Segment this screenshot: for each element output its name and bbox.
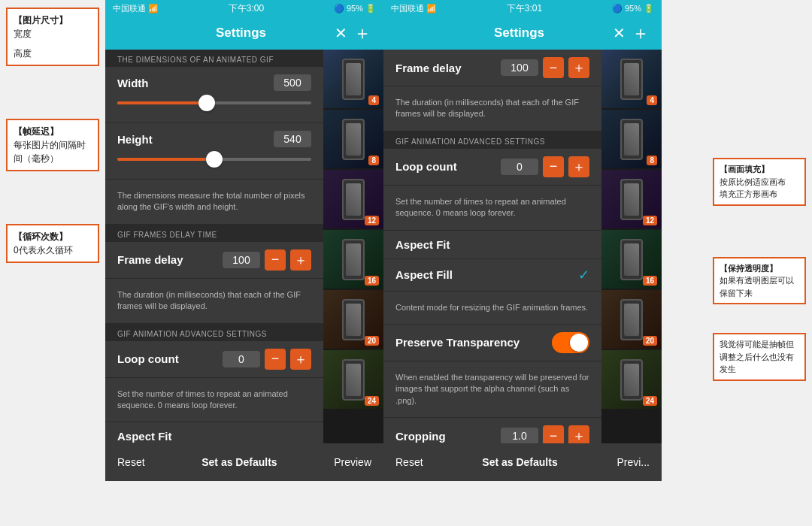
- annotation-preserve: 【保持透明度】 如果有透明图层可以保留下来: [713, 257, 806, 305]
- p2-section-header: GIF ANIMATION ADVANCED SETTINGS: [383, 132, 601, 149]
- width-label: Width: [117, 77, 149, 89]
- p2-thumb-2: 8: [601, 110, 662, 170]
- height-label: Height: [117, 133, 153, 146]
- phone1-title-bar: Settings ✕ ＋: [105, 17, 383, 50]
- loop-desc-row: Set the number of times to repeat an ani…: [105, 378, 323, 423]
- phone1-plus-button[interactable]: ＋: [353, 21, 371, 45]
- carrier-text: 中国联通: [113, 3, 146, 14]
- section1-header: THE DIMENSIONS OF AN ANIMATED GIF: [105, 50, 323, 67]
- phone2-status-bar: 中国联通 📶 下午3:01 🔵 95% 🔋: [383, 0, 662, 17]
- p2-aspect-fit-label: Aspect Fit: [395, 238, 450, 251]
- thumb-2: 8: [323, 110, 383, 170]
- phones-container: 中国联通 📶 下午3:00 🔵 95% 🔋 Settings ✕ ＋: [105, 0, 707, 526]
- toggle-thumb: [570, 334, 588, 352]
- phone1-close-button[interactable]: ✕: [335, 21, 347, 45]
- phone2-plus-button[interactable]: ＋: [632, 21, 650, 45]
- p2-battery-icon: 🔋: [644, 4, 654, 14]
- phone1-reset-button[interactable]: Reset: [117, 456, 145, 468]
- p2-aspect-desc-row: Content mode for resizing the GIF animat…: [383, 292, 601, 325]
- cropping-plus[interactable]: ＋: [568, 425, 589, 443]
- frame-delay-plus[interactable]: ＋: [290, 249, 311, 271]
- p2-loop-desc-row: Set the number of times to repeat an ani…: [383, 186, 601, 231]
- thumb-3: 12: [323, 170, 383, 230]
- section2-header: GIF FRAMES DELAY TIME: [105, 225, 323, 242]
- phone1-wrapper: 中国联通 📶 下午3:00 🔵 95% 🔋 Settings ✕ ＋: [105, 0, 383, 526]
- p2-loop-count-minus[interactable]: −: [543, 156, 564, 177]
- p2-frame-delay-desc: The duration (in milliseconds) that each…: [395, 94, 589, 123]
- preserve-label: Preserve Transparency: [395, 336, 520, 349]
- annotation-frame-delay: 【帧延迟】 每张图片的间隔时间（毫秒）: [6, 119, 99, 171]
- phone1-defaults-button[interactable]: Set as Defaults: [201, 456, 277, 468]
- section3-header: GIF ANIMATION ADVANCED SETTINGS: [105, 324, 323, 341]
- preserve-desc-row: When enabled the transparency will be pr…: [383, 361, 601, 418]
- p2-frame-delay-desc-row: The duration (in milliseconds) that each…: [383, 86, 601, 132]
- phone2-close-button[interactable]: ✕: [613, 21, 626, 45]
- p2-frame-delay-minus[interactable]: −: [543, 57, 564, 78]
- p2-thumb-5: 20: [601, 290, 662, 350]
- preserve-row: Preserve Transparency: [383, 325, 601, 361]
- phone2-wrapper: 中国联通 📶 下午3:01 🔵 95% 🔋 Settings ✕ ＋: [383, 0, 662, 526]
- bluetooth-icon: 🔵: [334, 4, 344, 14]
- p2-wifi-icon: 📶: [426, 4, 437, 14]
- aspect-fit-row[interactable]: Aspect Fit: [105, 422, 323, 443]
- aspect-fit-label: Aspect Fit: [117, 430, 172, 443]
- cropping-row: Cropping 1.0 − ＋: [383, 418, 601, 443]
- width-slider[interactable]: [117, 94, 311, 115]
- p2-loop-count-value: 0: [501, 159, 538, 175]
- p2-frame-delay-value: 100: [501, 59, 538, 76]
- annotation-cropping: 我觉得可能是抽帧但调整之后什么也没有发生: [713, 333, 806, 381]
- loop-count-desc: Set the number of times to repeat an ani…: [117, 385, 311, 415]
- phone2-thumbnails: 4 8 12 16 20: [601, 50, 662, 443]
- p2-aspect-fit-row[interactable]: Aspect Fit: [383, 231, 601, 259]
- p2-loop-count-plus[interactable]: ＋: [568, 156, 589, 177]
- p2-aspect-fill-row[interactable]: Aspect Fill ✓: [383, 259, 601, 292]
- phone1-thumbnails: 4 8 12 16 20: [323, 50, 383, 443]
- annotation-aspect-fill: 【画面填充】 按原比例适应画布 填充正方形画布: [713, 158, 806, 206]
- p2-frame-delay-row: Frame delay 100 − ＋: [383, 50, 601, 86]
- p2-aspect-desc: Content mode for resizing the GIF animat…: [395, 299, 589, 316]
- loop-count-minus[interactable]: −: [265, 349, 286, 370]
- time-display: 下午3:00: [229, 2, 264, 15]
- frame-delay-minus[interactable]: −: [265, 249, 286, 271]
- preserve-toggle[interactable]: [552, 332, 589, 353]
- phone1-settings-list: THE DIMENSIONS OF AN ANIMATED GIF Width …: [105, 50, 323, 443]
- phone2-reset-button[interactable]: Reset: [395, 456, 423, 468]
- height-row: Height 540: [105, 123, 323, 180]
- width-row: Width 500: [105, 67, 323, 123]
- frame-delay-stepper: 100 − ＋: [223, 249, 311, 271]
- p2-carrier-text: 中国联通: [391, 3, 424, 14]
- phone2-title-bar: Settings ✕ ＋: [383, 17, 662, 50]
- thumb-1: 4: [323, 50, 383, 110]
- phone1-screen: 中国联通 📶 下午3:00 🔵 95% 🔋 Settings ✕ ＋: [105, 0, 383, 481]
- frame-delay-desc-row: The duration (in milliseconds) that each…: [105, 279, 323, 324]
- p2-aspect-fill-label: Aspect Fill: [395, 268, 453, 281]
- dimensions-desc: The dimensions measure the total number …: [117, 187, 311, 216]
- phone2-defaults-button[interactable]: Set as Defaults: [482, 456, 557, 468]
- cropping-stepper: 1.0 − ＋: [501, 425, 589, 443]
- p2-loop-count-desc: Set the number of times to repeat an ani…: [395, 193, 589, 222]
- loop-count-label: Loop count: [117, 352, 179, 365]
- phone2-bottom-bar: Reset Set as Defaults Previ...: [383, 443, 662, 481]
- thumb-4: 16: [323, 230, 383, 290]
- phone1-settings-content: THE DIMENSIONS OF AN ANIMATED GIF Width …: [105, 50, 383, 443]
- phone1-bottom-bar: Reset Set as Defaults Preview: [105, 443, 383, 481]
- height-value: 540: [274, 131, 311, 147]
- phone2-preview-button[interactable]: Previ...: [617, 456, 650, 468]
- dimensions-desc-row: The dimensions measure the total number …: [105, 180, 323, 225]
- phone2-screen: 中国联通 📶 下午3:01 🔵 95% 🔋 Settings ✕ ＋: [383, 0, 662, 481]
- loop-count-plus[interactable]: ＋: [290, 349, 311, 370]
- p2-frame-delay-plus[interactable]: ＋: [568, 57, 589, 78]
- loop-count-value: 0: [223, 351, 260, 367]
- phone1-preview-button[interactable]: Preview: [334, 456, 371, 468]
- left-annotations: 【图片尺寸】 宽度 高度 【帧延迟】 每张图片的间隔时间（毫秒） 【循环次数】 …: [0, 0, 105, 526]
- cropping-minus[interactable]: −: [543, 425, 564, 443]
- p2-loop-count-row: Loop count 0 − ＋: [383, 149, 601, 186]
- p2-battery-text: 95%: [625, 4, 641, 13]
- annotation-loop-count: 【循环次数】 0代表永久循环: [6, 224, 99, 263]
- p2-loop-count-stepper: 0 − ＋: [501, 156, 589, 177]
- wifi-icon: 📶: [148, 4, 159, 14]
- p2-loop-count-label: Loop count: [395, 160, 457, 173]
- phone2-settings-list: Frame delay 100 − ＋ The duration (in mil…: [383, 50, 601, 443]
- thumb-5: 20: [323, 290, 383, 350]
- height-slider[interactable]: [117, 150, 311, 171]
